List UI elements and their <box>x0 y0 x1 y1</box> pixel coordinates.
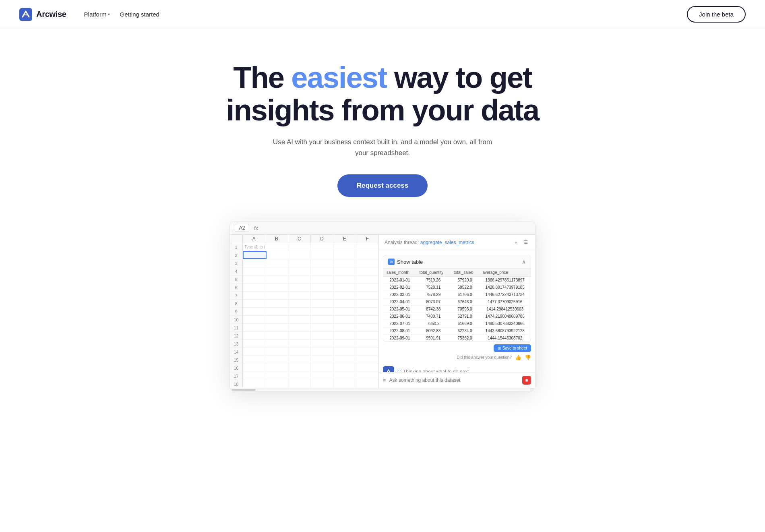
table-card-header: ⊞ Show table ∧ <box>383 255 531 269</box>
request-access-button[interactable]: Request access <box>337 174 428 197</box>
spreadsheet-scrollbar[interactable]: ⊡ <box>230 388 535 391</box>
table-row: 3 <box>230 259 378 267</box>
table-cell: 57920.0 <box>451 277 480 284</box>
ss-cell[interactable] <box>288 243 311 251</box>
ss-cell[interactable] <box>333 243 356 251</box>
nav-left: Arcwise Platform ▾ Getting started <box>19 8 163 21</box>
cell-reference: A2 <box>235 224 249 232</box>
table-cell: 1477.37709025916 <box>479 298 531 306</box>
table-row: 2022-08-018092.8362234.01443.68087939221… <box>383 327 531 335</box>
hero-title-accent: easiest <box>291 61 387 94</box>
table-collapse-button[interactable]: ∧ <box>522 259 526 265</box>
table-cell: 1443.6808793922128 <box>479 327 531 335</box>
table-cell: 75362.0 <box>451 335 480 342</box>
table-cell: 2022-03-01 <box>383 291 416 298</box>
table-cell: 67646.0 <box>451 298 480 306</box>
ss-cell[interactable] <box>356 243 378 251</box>
table-cell: 61706.0 <box>451 291 480 298</box>
table-row: 17 <box>230 372 378 380</box>
chat-action-add[interactable]: + <box>513 239 519 246</box>
save-sheet-label: Save to sheet <box>502 346 527 350</box>
ss-cell[interactable] <box>311 251 334 259</box>
table-cell: 58522.0 <box>451 284 480 291</box>
hero-title: The easiest way to get insights from you… <box>201 61 564 127</box>
table-card-title-text: Show table <box>397 259 423 265</box>
table-cell: 2022-08-01 <box>383 327 416 335</box>
thumbs-down-button[interactable]: 👎 <box>525 354 531 360</box>
platform-nav-link[interactable]: Platform ▾ <box>81 8 114 20</box>
data-table-body: 2022-01-017519.2657920.01366.42978511738… <box>383 277 531 342</box>
save-to-sheet-button[interactable]: ⊞ Save to sheet <box>494 344 531 352</box>
ss-cell[interactable] <box>267 251 289 259</box>
feedback-label: Did this answer your question? <box>457 355 512 360</box>
logo-text: Arcwise <box>36 10 66 19</box>
thinking-label: Thinking about what to do next... <box>403 369 473 372</box>
table-row: 2022-03-017578.2961706.01446.62722437137… <box>383 291 531 298</box>
row-num-spacer <box>230 235 243 243</box>
spreadsheet-grid: A B C D E F 1 Type @ to insert <box>230 235 379 388</box>
chat-input[interactable] <box>389 377 519 383</box>
hero-section: The easiest way to get insights from you… <box>0 29 765 416</box>
table-row: 1 Type @ to insert <box>230 243 378 251</box>
chat-send-button[interactable]: ■ <box>522 376 531 385</box>
getting-started-nav-link[interactable]: Getting started <box>116 8 162 20</box>
resize-handle[interactable]: ⊡ <box>530 387 533 391</box>
chat-input-bar: ≡ ■ <box>379 372 535 388</box>
col-sales-month: sales_month <box>383 269 416 277</box>
col-total-quantity: total_quantity <box>416 269 451 277</box>
table-cell: 1444.15445308702 <box>479 335 531 342</box>
table-cell: 1490.5307883240666 <box>479 320 531 327</box>
table-cell: 7400.71 <box>416 313 451 320</box>
table-cell: 2022-05-01 <box>383 306 416 313</box>
table-row: 2022-09-019501.9175362.01444.15445308702 <box>383 335 531 342</box>
table-row: 10 <box>230 316 378 324</box>
table-cell: 1366.4297851173897 <box>479 277 531 284</box>
thinking-row: Thinking about what to do next... <box>379 363 535 372</box>
chat-body: ⊞ Show table ∧ sales_month total_quantit… <box>379 250 535 372</box>
table-cell: 1446.6272243713734 <box>479 291 531 298</box>
table-row: 6 <box>230 284 378 292</box>
table-row: 8 <box>230 300 378 308</box>
thumbs-up-button[interactable]: 👍 <box>515 354 521 360</box>
table-row: 9 <box>230 308 378 316</box>
platform-label: Platform <box>84 11 107 18</box>
ss-cell-selected[interactable] <box>243 251 267 259</box>
logo-link[interactable]: Arcwise <box>19 8 66 21</box>
formula-bar-label: fx <box>254 225 258 231</box>
spreadsheet-body: A B C D E F 1 Type @ to insert <box>230 235 535 388</box>
table-cell: 70593.0 <box>451 306 480 313</box>
table-row: 2022-01-017519.2657920.01366.42978511738… <box>383 277 531 284</box>
table-row: 11 <box>230 324 378 332</box>
table-cell: 9501.91 <box>416 335 451 342</box>
spreadsheet-rows: 1 Type @ to insert 2 <box>230 243 378 387</box>
table-cell: 2022-07-01 <box>383 320 416 327</box>
ss-cell[interactable]: Type @ to insert <box>243 243 265 251</box>
join-beta-button[interactable]: Join the beta <box>687 6 746 23</box>
table-cell: 1428.8017473979185 <box>479 284 531 291</box>
save-icon: ⊞ <box>498 346 501 350</box>
chevron-down-icon: ▾ <box>108 12 110 17</box>
table-cell: 62791.0 <box>451 313 480 320</box>
ss-cell[interactable] <box>311 243 333 251</box>
col-header-C: C <box>288 235 311 243</box>
arcwise-logo-icon <box>19 8 32 21</box>
col-header-D: D <box>311 235 333 243</box>
hero-title-part1: The <box>233 61 291 94</box>
row-number: 1 <box>230 243 243 251</box>
feedback-row: Did this answer your question? 👍 👎 <box>379 354 535 363</box>
ss-cell[interactable] <box>334 251 356 259</box>
col-header-B: B <box>265 235 288 243</box>
table-cell: 62234.0 <box>451 327 480 335</box>
chat-header: Analysis thread: aggregate_sales_metrics… <box>379 235 535 250</box>
ss-cell[interactable] <box>289 251 312 259</box>
arcwise-avatar-icon <box>385 368 392 372</box>
nav-links: Platform ▾ Getting started <box>81 8 163 20</box>
col-header-F: F <box>356 235 378 243</box>
ss-cell[interactable] <box>265 243 288 251</box>
ss-cell[interactable] <box>356 251 378 259</box>
data-table: sales_month total_quantity total_sales a… <box>383 269 531 342</box>
ai-chat-panel: Analysis thread: aggregate_sales_metrics… <box>379 235 535 388</box>
table-cell: 2022-01-01 <box>383 277 416 284</box>
scrollbar-thumb[interactable] <box>232 389 256 391</box>
chat-action-menu[interactable]: ☰ <box>522 239 529 246</box>
